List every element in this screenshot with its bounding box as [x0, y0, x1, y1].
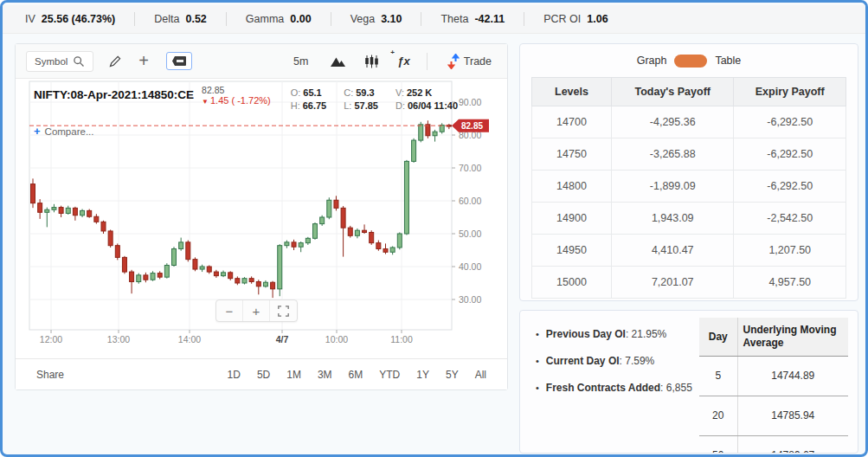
stat-pcr-oi: PCR OI1.06 [543, 13, 608, 25]
range-1m[interactable]: 1M [286, 369, 301, 381]
range-1d[interactable]: 1D [228, 369, 241, 381]
ma-value-cell: 14789.67 [737, 435, 848, 454]
oi-stat-value: : 21.95% [626, 328, 666, 340]
svg-text:50.00: 50.00 [459, 228, 481, 239]
stat-value: 25.56 (46.73%) [42, 13, 115, 25]
range-1y[interactable]: 1Y [416, 369, 429, 381]
oi-stat-value: : 6,855 [660, 382, 692, 394]
ma-row: 2014785.94 [699, 396, 848, 435]
trade-button[interactable]: Trade [442, 53, 497, 70]
ma-value-cell: 14785.94 [737, 396, 848, 435]
options-analytics-window: IV25.56 (46.73%)Delta0.52Gamma0.00Vega3.… [0, 0, 868, 457]
toggle-label-table: Table [715, 55, 741, 67]
compare-plus-icon: + [34, 125, 41, 138]
indicators-fx-button[interactable]: + ƒx [395, 53, 411, 69]
svg-text:60.00: 60.00 [459, 196, 481, 206]
bullet-icon: • [536, 356, 539, 366]
trade-arrows-icon [447, 54, 460, 69]
stat-value: -42.11 [474, 13, 505, 25]
stat-value: 1.06 [587, 13, 608, 25]
stat-label: Vega [350, 13, 376, 25]
oi-stat-label: Previous Day OI [546, 328, 626, 340]
todays-payoff-cell: -3,265.88 [612, 138, 734, 171]
mountain-chart-icon [330, 55, 346, 68]
payoff-header-row: LevelsToday's PayoffExpiry Payoff [532, 78, 846, 106]
bullet-icon: • [536, 329, 539, 339]
stats-divider [524, 12, 524, 26]
ma-header-day: Day [699, 318, 737, 356]
expiry-payoff-cell: 4,957.50 [734, 267, 846, 299]
svg-text:4/7: 4/7 [276, 334, 289, 344]
range-6m[interactable]: 6M [349, 369, 363, 381]
ma-day-cell: 20 [699, 396, 737, 435]
payoff-row: 14800-1,899.09-6,292.50 [532, 171, 846, 203]
open-interest-panel: •Previous Day OI : 21.95%•Current Day OI… [519, 310, 858, 454]
stat-value: 3.10 [381, 13, 402, 25]
chart-toolbar: Symbol + 5m [16, 44, 507, 79]
chart-footer-bar: Share 1D5D1M3M6MYTD1Y5YAll [16, 358, 507, 389]
reset-zoom-button[interactable] [270, 300, 297, 321]
stat-iv: IV25.56 (46.73%) [25, 13, 115, 25]
timeframe-range-buttons: 1D5D1M3M6MYTD1Y5YAll [228, 369, 486, 381]
oi-stat-item: •Previous Day OI : 21.95% [536, 328, 692, 340]
toolbar-divider [427, 53, 428, 70]
stat-label: PCR OI [543, 13, 581, 25]
stat-value: 0.52 [185, 13, 206, 25]
payoff-table: LevelsToday's PayoffExpiry Payoff14700-4… [531, 77, 846, 299]
zoom-out-button[interactable]: − [216, 300, 243, 321]
level-cell: 14950 [532, 235, 612, 267]
compare-button[interactable]: + Compare... [34, 125, 93, 138]
stats-divider [226, 12, 227, 26]
bullet-icon: • [536, 383, 539, 393]
ma-header-row: DayUnderlying Moving Average [699, 318, 848, 356]
stat-label: IV [25, 13, 35, 25]
price-label-tool-selected[interactable] [166, 52, 192, 70]
draw-pencil-icon[interactable] [106, 53, 124, 70]
fx-star-icon: + [390, 48, 395, 56]
range-3m[interactable]: 3M [318, 369, 332, 381]
add-icon[interactable]: + [137, 49, 151, 73]
todays-payoff-cell: -1,899.09 [612, 171, 734, 203]
payoff-row: 149504,410.471,207.50 [532, 235, 846, 267]
payoff-row: 150007,201.074,957.50 [532, 267, 846, 299]
graph-table-toggle-row: Graph Table [520, 44, 858, 74]
todays-payoff-cell: 7,201.07 [612, 267, 734, 299]
zoom-in-button[interactable]: + [243, 300, 270, 321]
candlestick-chart-canvas[interactable]: 90.0080.0070.0060.0050.0040.0030.0012:00… [16, 79, 507, 359]
search-icon [73, 55, 85, 68]
stat-label: Theta [440, 13, 468, 25]
expiry-payoff-cell: -6,292.50 [734, 171, 846, 203]
level-cell: 14750 [532, 138, 612, 171]
candlestick-icon [364, 55, 379, 68]
stat-vega: Vega3.10 [350, 13, 402, 25]
expiry-payoff-cell: -2,542.50 [734, 203, 846, 235]
payoff-row: 14700-4,295.36-6,292.50 [532, 106, 846, 138]
oi-stat-value: : 7.59% [620, 355, 655, 367]
range-ytd[interactable]: YTD [379, 369, 400, 381]
level-cell: 14700 [532, 106, 612, 138]
ma-value-cell: 14744.89 [737, 356, 848, 396]
svg-text:14:00: 14:00 [178, 334, 201, 344]
interval-selector[interactable]: 5m [288, 55, 313, 68]
area-chart-type-button[interactable] [328, 53, 348, 69]
symbol-search-placeholder: Symbol [35, 56, 68, 67]
symbol-search-input[interactable]: Symbol [26, 51, 93, 72]
oi-stat-item: •Fresh Contracts Added : 6,855 [536, 382, 692, 394]
graph-table-toggle[interactable] [674, 55, 707, 68]
ma-day-cell: 50 [699, 435, 737, 454]
svg-text:13:00: 13:00 [107, 334, 130, 344]
range-all[interactable]: All [475, 369, 486, 381]
range-5d[interactable]: 5D [257, 369, 270, 381]
ma-row: 514744.89 [699, 356, 848, 396]
stats-divider [421, 12, 421, 26]
range-5y[interactable]: 5Y [446, 369, 459, 381]
candlestick-chart-type-button[interactable] [363, 53, 381, 70]
stat-delta: Delta0.52 [154, 13, 207, 25]
expiry-payoff-cell: -6,292.50 [734, 138, 846, 171]
payoff-panel: Graph Table LevelsToday's PayoffExpiry P… [519, 43, 858, 301]
stat-gamma: Gamma0.00 [246, 13, 312, 25]
share-button[interactable]: Share [36, 369, 64, 381]
stats-divider [134, 12, 135, 26]
moving-average-table: DayUnderlying Moving Average514744.89201… [699, 318, 848, 454]
pencil-icon [108, 55, 122, 68]
